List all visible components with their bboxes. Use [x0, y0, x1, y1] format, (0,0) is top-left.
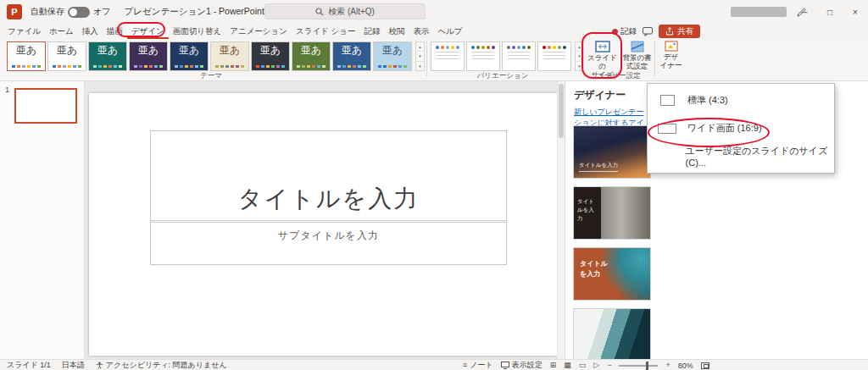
- variation-thumbnail-4[interactable]: [537, 41, 571, 71]
- theme-thumbnail-2[interactable]: 亜あ: [47, 41, 86, 71]
- ribbon-tab-transitions[interactable]: 画面切り替え: [169, 24, 225, 39]
- slide-indicator[interactable]: スライド 1/1: [7, 360, 51, 370]
- status-bar: スライド 1/1 日本語 アクセシビリティ: 問題ありません ≡ ノート 表示設…: [0, 359, 868, 370]
- ribbon-tab-review[interactable]: 校閲: [385, 24, 409, 39]
- language-indicator[interactable]: 日本語: [62, 360, 85, 370]
- theme-thumbnail-4[interactable]: 亜あ: [129, 41, 168, 71]
- gallery-down-icon[interactable]: ▾: [416, 52, 424, 61]
- powerpoint-window: P 自動保存 オフ プレゼンテーション1 - PowerPoint 検索 (Al…: [0, 0, 868, 370]
- theme-thumbnail-3[interactable]: 亜あ: [88, 41, 127, 71]
- share-button[interactable]: 共有: [659, 25, 700, 38]
- ribbon-tab-animations[interactable]: アニメーション: [225, 24, 292, 39]
- gallery-more-icon[interactable]: ▾: [576, 62, 583, 70]
- zoom-level[interactable]: 80%: [678, 362, 693, 370]
- subtitle-placeholder[interactable]: サブタイトルを入力: [150, 222, 507, 265]
- design-idea-cat-photo[interactable]: タイトルを入力: [573, 186, 651, 240]
- display-settings-icon: [501, 362, 509, 369]
- close-button[interactable]: ×: [843, 0, 868, 24]
- display-settings-label: 表示設定: [512, 360, 542, 370]
- ribbon-tab-design[interactable]: デザイン: [127, 24, 169, 39]
- document-title: プレゼンテーション1 - PowerPoint: [124, 6, 264, 18]
- theme-thumbnail-6[interactable]: 亜あ: [210, 41, 249, 71]
- gallery-up-icon[interactable]: ▴: [576, 42, 583, 52]
- variation-thumbnail-3[interactable]: [502, 41, 536, 71]
- menu-item-standard-4-3[interactable]: 標準 (4:3): [648, 86, 834, 114]
- group-label-variations: バリエーション: [431, 71, 575, 81]
- notes-button[interactable]: ≡ ノート: [463, 360, 493, 370]
- designer-button-label: デザ イナー: [660, 53, 682, 70]
- ribbon-tab-home[interactable]: ホーム: [45, 24, 78, 39]
- slide-thumbnail-1[interactable]: [14, 88, 77, 124]
- user-account-blurred[interactable]: [731, 7, 787, 17]
- comments-icon[interactable]: [643, 27, 653, 36]
- slide-size-menu: 標準 (4:3)ワイド画面 (16:9)ユーザー設定のスライドのサイズ(C)..…: [647, 83, 835, 174]
- theme-thumbnail-9[interactable]: 亜あ: [332, 41, 371, 71]
- status-bar-right: ≡ ノート 表示設定 ⊞ ▦ ▭ ▷ − + 80%: [463, 360, 709, 370]
- theme-glyph: 亜あ: [16, 45, 36, 56]
- menu-item-widescreen-16-9[interactable]: ワイド画面 (16:9): [648, 114, 834, 142]
- aspect-16-9-icon: [655, 124, 679, 134]
- variation-thumbnail-2[interactable]: [466, 41, 500, 71]
- designer-pane: デザイナー 新しいプレゼンテーションに対するアイデアを取得する タイトルを入力タ…: [565, 81, 658, 359]
- slide-size-icon: [595, 41, 610, 52]
- design-idea-orange-abstract[interactable]: タイトルを入力: [573, 247, 651, 301]
- theme-thumbnail-8[interactable]: 亜あ: [292, 41, 331, 71]
- ribbon-tab-help[interactable]: ヘルプ: [434, 24, 467, 39]
- designer-button[interactable]: デザ イナー: [657, 41, 685, 70]
- format-background-icon: [631, 41, 644, 52]
- gallery-up-icon[interactable]: ▴: [416, 42, 424, 52]
- variation-thumbnail-1[interactable]: [431, 41, 465, 71]
- theme-thumbnail-5[interactable]: 亜あ: [170, 41, 209, 71]
- reading-view-icon[interactable]: ▭: [579, 362, 587, 369]
- theme-thumbnail-7[interactable]: 亜あ: [251, 41, 290, 71]
- format-background-button[interactable]: 背景の書式設定: [620, 41, 654, 71]
- group-separator: [583, 41, 584, 76]
- group-separator: [426, 41, 427, 76]
- autosave-toggle[interactable]: [68, 7, 90, 18]
- ribbon-tab-file[interactable]: ファイル: [3, 24, 45, 39]
- design-idea-caption: タイトルを入力: [580, 259, 612, 279]
- title-placeholder[interactable]: タイトルを入力: [150, 130, 507, 221]
- theme-thumbnail-10[interactable]: 亜あ: [373, 41, 412, 71]
- zoom-slider[interactable]: [619, 365, 658, 367]
- ribbon-tab-insert[interactable]: 挿入: [78, 24, 103, 39]
- theme-gallery: 亜あ亜あ亜あ亜あ亜あ亜あ亜あ亜あ亜あ亜あ: [7, 41, 412, 71]
- design-idea-city-night[interactable]: タイトルを入力: [573, 125, 651, 179]
- ribbon-tab-record[interactable]: 記録: [360, 24, 385, 39]
- ribbon-tab-draw[interactable]: 描画: [103, 24, 127, 39]
- editor-scrollbar[interactable]: [557, 81, 565, 359]
- normal-view-icon[interactable]: ⊞: [550, 362, 557, 369]
- window-controls: ─ □ ×: [792, 0, 868, 24]
- zoom-slider-handle[interactable]: [646, 362, 648, 370]
- slide-canvas[interactable]: タイトルを入力 サブタイトルを入力: [89, 93, 557, 356]
- theme-glyph: 亜あ: [301, 45, 321, 56]
- slide-sorter-view-icon[interactable]: ▦: [564, 362, 571, 369]
- theme-glyph: 亜あ: [342, 45, 362, 56]
- display-settings-button[interactable]: 表示設定: [501, 360, 542, 370]
- gallery-down-icon[interactable]: ▾: [576, 52, 583, 61]
- design-idea-teal-abstract[interactable]: [573, 308, 651, 362]
- menu-item-custom-slide-size[interactable]: ユーザー設定のスライドのサイズ(C)...: [648, 142, 834, 170]
- slideshow-view-icon[interactable]: ▷: [593, 362, 599, 369]
- search-input[interactable]: 検索 (Alt+Q): [264, 3, 426, 19]
- group-label-themes: テーマ: [7, 71, 415, 81]
- fit-slide-to-window-icon[interactable]: [701, 362, 709, 369]
- theme-glyph: 亜あ: [260, 45, 281, 56]
- powerpoint-app-icon: P: [7, 4, 22, 19]
- zoom-out-button[interactable]: −: [607, 362, 611, 369]
- ribbon-tab-slideshow[interactable]: スライド ショー: [292, 24, 359, 39]
- record-button[interactable]: 記録: [612, 26, 637, 37]
- minimize-button[interactable]: ─: [792, 0, 817, 24]
- zoom-in-button[interactable]: +: [665, 362, 670, 369]
- menu-item-label: ユーザー設定のスライドのサイズ(C)...: [686, 145, 834, 168]
- accessibility-label: アクセシビリティ: 問題ありません: [106, 360, 227, 370]
- designer-thumbnails: タイトルを入力タイトルを入力タイトルを入力: [573, 125, 651, 362]
- share-button-label: 共有: [677, 26, 693, 37]
- notes-icon: ≡: [463, 362, 467, 369]
- ribbon-tab-view[interactable]: 表示: [409, 24, 434, 39]
- maximize-button[interactable]: □: [817, 0, 843, 24]
- accessibility-status[interactable]: アクセシビリティ: 問題ありません: [96, 360, 227, 370]
- gallery-more-icon[interactable]: ▾: [416, 62, 424, 70]
- theme-thumbnail-1[interactable]: 亜あ: [7, 41, 46, 71]
- record-button-label: 記録: [620, 26, 637, 37]
